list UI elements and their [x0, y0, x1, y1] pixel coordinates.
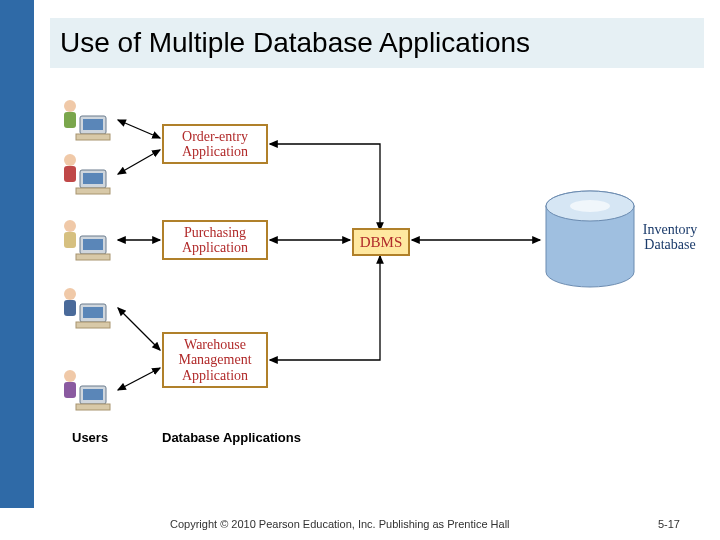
svg-point-25 — [64, 288, 76, 300]
svg-rect-21 — [64, 232, 76, 248]
svg-point-15 — [64, 154, 76, 166]
copyright-text: Copyright © 2010 Pearson Education, Inc.… — [170, 518, 510, 530]
svg-rect-24 — [76, 322, 110, 328]
svg-rect-29 — [76, 404, 110, 410]
svg-rect-9 — [76, 134, 110, 140]
svg-line-3 — [118, 308, 160, 350]
svg-rect-8 — [83, 119, 103, 130]
svg-rect-23 — [83, 307, 103, 318]
order-entry-app-box: Order-entry Application — [162, 124, 268, 164]
purchasing-app-box: Purchasing Application — [162, 220, 268, 260]
dbms-box: DBMS — [352, 228, 410, 256]
svg-rect-19 — [76, 254, 110, 260]
users-column-label: Users — [72, 430, 108, 445]
user-icon — [60, 216, 114, 264]
user-icon — [60, 284, 114, 332]
warehouse-app-box: Warehouse Management Application — [162, 332, 268, 388]
svg-rect-18 — [83, 239, 103, 250]
page-number: 5-17 — [658, 518, 680, 530]
user-icon — [60, 96, 114, 144]
database-label: Inventory Database — [630, 222, 710, 253]
page-title: Use of Multiple Database Applications — [60, 27, 530, 59]
database-icon — [540, 188, 640, 302]
svg-line-1 — [118, 150, 160, 174]
svg-rect-26 — [64, 300, 76, 316]
user-icon — [60, 150, 114, 198]
diagram-area: Order-entry Application Purchasing Appli… — [0, 70, 720, 470]
svg-point-20 — [64, 220, 76, 232]
svg-rect-14 — [76, 188, 110, 194]
svg-line-4 — [118, 368, 160, 390]
svg-rect-13 — [83, 173, 103, 184]
user-icon — [60, 366, 114, 414]
svg-point-30 — [64, 370, 76, 382]
svg-rect-31 — [64, 382, 76, 398]
title-bar: Use of Multiple Database Applications — [50, 18, 704, 68]
apps-column-label: Database Applications — [162, 430, 301, 445]
svg-line-0 — [118, 120, 160, 138]
svg-rect-16 — [64, 166, 76, 182]
svg-rect-11 — [64, 112, 76, 128]
svg-point-10 — [64, 100, 76, 112]
svg-point-34 — [570, 200, 610, 212]
svg-rect-28 — [83, 389, 103, 400]
